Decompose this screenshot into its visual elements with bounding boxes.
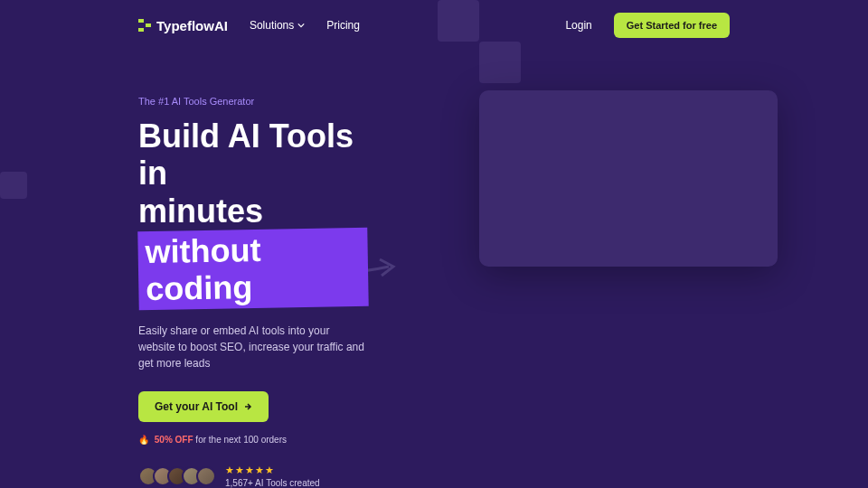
- hero-eyebrow: The #1 AI Tools Generator: [138, 96, 368, 107]
- svg-rect-1: [146, 23, 151, 27]
- arrow-right-icon: [243, 402, 252, 411]
- hero-headline: Build AI Tools in minutes without coding: [138, 117, 368, 308]
- preview-card: [479, 90, 778, 267]
- chevron-down-icon: [297, 22, 305, 29]
- avatar: [196, 466, 216, 486]
- brand-name: TypeflowAI: [156, 18, 228, 33]
- logo-icon: [138, 19, 151, 32]
- svg-rect-0: [138, 19, 144, 23]
- social-proof: ★★★★★ 1,567+ AI Tools created: [138, 465, 368, 488]
- star-rating-icon: ★★★★★: [225, 465, 320, 476]
- nav-pricing-label: Pricing: [326, 19, 360, 32]
- social-text: ★★★★★ 1,567+ AI Tools created: [225, 465, 320, 488]
- nav-pricing[interactable]: Pricing: [326, 19, 360, 32]
- nav-cta-button[interactable]: Get Started for free: [614, 13, 730, 38]
- decoration-square: [438, 0, 479, 42]
- fire-icon: 🔥: [138, 435, 149, 445]
- nav-login[interactable]: Login: [565, 19, 591, 32]
- nav-solutions-label: Solutions: [250, 19, 294, 32]
- hero-section: TypeflowAI Solutions Pricing Login Get S…: [0, 0, 868, 488]
- nav-solutions[interactable]: Solutions: [250, 19, 305, 32]
- avatar-stack: [138, 466, 216, 486]
- offer-badge: 50% OFF: [155, 435, 193, 445]
- hero-content: The #1 AI Tools Generator Build AI Tools…: [0, 51, 506, 488]
- offer-text: 🔥 50% OFF for the next 100 orders: [138, 435, 368, 445]
- svg-rect-2: [138, 28, 144, 32]
- tools-count: 1,567+ AI Tools created: [225, 478, 320, 488]
- headline-highlight: without coding: [137, 228, 368, 310]
- main-nav: TypeflowAI Solutions Pricing Login Get S…: [0, 0, 868, 51]
- brand-logo[interactable]: TypeflowAI: [138, 18, 228, 33]
- hero-subhead: Easily share or embed AI tools into your…: [138, 323, 368, 371]
- hero-cta-button[interactable]: Get your AI Tool: [138, 391, 269, 422]
